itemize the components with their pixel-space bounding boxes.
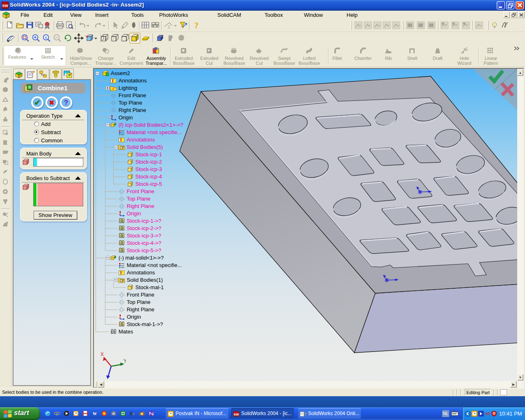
svg-text:ATI: ATI xyxy=(484,412,491,416)
svg-text:?: ? xyxy=(194,21,199,30)
svg-text:W: W xyxy=(93,411,97,416)
svg-text:X: X xyxy=(100,352,104,357)
svg-text:T: T xyxy=(120,271,122,275)
svg-text:SW: SW xyxy=(234,413,239,416)
svg-text:SW: SW xyxy=(2,4,8,8)
svg-text:e: e xyxy=(56,411,58,417)
svg-text:T: T xyxy=(120,138,122,142)
svg-text:?: ? xyxy=(304,411,306,416)
svg-text:Σ: Σ xyxy=(167,24,171,29)
svg-text:t: t xyxy=(46,36,47,40)
svg-text:Y: Y xyxy=(123,358,126,364)
svg-text:T: T xyxy=(112,79,114,83)
svg-text:e: e xyxy=(132,412,135,416)
